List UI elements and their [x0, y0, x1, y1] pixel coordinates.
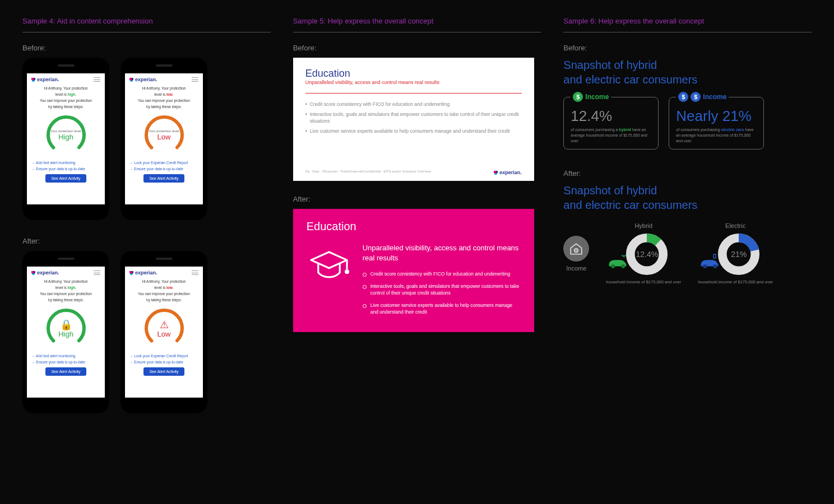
bullet: Credit score consistency with FICO for e…: [305, 101, 522, 108]
experian-logo: experian.: [129, 270, 157, 276]
phone-mock-high-before: experian. Hi Anthony, Your protection le…: [22, 58, 109, 220]
graduation-cap-icon: [307, 243, 351, 321]
hybrid-label: Hybrid: [606, 222, 681, 229]
bullet: Credit score consistency with FICO for e…: [363, 271, 521, 278]
income-block: $ Income: [563, 236, 589, 272]
sample-4-title: Sample 4: Aid in content comprehension: [22, 17, 271, 25]
electric-donut-pct: 21%: [717, 232, 761, 276]
slide-subheading: Unparalleled visibility, access and cont…: [305, 80, 522, 85]
before-label: Before:: [293, 44, 541, 52]
bullet: Interactive tools, goals and simulators …: [305, 111, 522, 125]
before-label: Before:: [563, 44, 812, 52]
see-alert-button[interactable]: See Alert Activity: [143, 174, 184, 183]
menu-icon[interactable]: [94, 270, 100, 275]
sample-5-column: Sample 5: Help express the overall conce…: [293, 17, 541, 430]
menu-icon[interactable]: [192, 77, 198, 82]
phone-mock-high-after: experian. Hi Anthony, Your protection le…: [22, 251, 109, 413]
electric-desc: of consumers purchasing electric cars ha…: [676, 127, 757, 143]
sample-6-column: Sample 6: Help express the overall conce…: [563, 17, 812, 430]
svg-point-0: [44, 113, 89, 157]
link-ensure-data[interactable]: Ensure your data is up-to-date: [31, 167, 100, 171]
experian-logo: experian.: [31, 77, 59, 82]
svg-point-12: [703, 264, 707, 268]
after-label: After:: [22, 237, 271, 245]
hybrid-donut-block: Hybrid 12.4% household income of $175,00…: [606, 222, 681, 285]
link-ensure-data[interactable]: Ensure your data is up-to-date: [129, 167, 198, 171]
see-alert-button[interactable]: See Alert Activity: [45, 174, 86, 183]
link-ensure-data[interactable]: Ensure your data is up-to-date: [129, 360, 198, 364]
electric-donut-block: Electric 21% household income of $175,00…: [698, 222, 773, 285]
house-dollar-icon: $: [563, 236, 589, 262]
hybrid-donut: 12.4%: [625, 232, 669, 276]
link-add-alert[interactable]: Add text alert monitoring: [31, 161, 100, 165]
slide-heading: Education: [307, 220, 521, 233]
slide-subheading: Unparalleled visibility, access and cont…: [363, 243, 521, 263]
income-badge: Income: [703, 93, 726, 101]
income-badge: Income: [585, 93, 609, 101]
before-boxes: $Income 12.4% of consumers purchasing a …: [563, 97, 812, 150]
menu-icon[interactable]: [94, 77, 100, 82]
electric-donut: 21%: [717, 232, 761, 276]
dollar-icon: $: [678, 92, 688, 102]
bullet: Live customer service experts available …: [363, 302, 521, 316]
after-label: After:: [563, 169, 812, 178]
slide-after: Education Unparalleled visibility, acces…: [293, 209, 534, 332]
sample-4-column: Sample 4: Aid in content comprehension B…: [22, 17, 271, 430]
electric-pct: Nearly 21%: [676, 108, 757, 125]
donut-desc: household income of $175,000 and over: [606, 279, 681, 285]
gauge-low: Your protection level Low: [142, 113, 187, 157]
after-phones: experian. Hi Anthony, Your protection le…: [22, 251, 271, 413]
sample-5-title: Sample 5: Help express the overall conce…: [293, 17, 541, 25]
hybrid-desc: of consumers purchasing a hybrid have an…: [571, 127, 651, 143]
hybrid-pct: 12.4%: [571, 108, 651, 125]
gauge-high: Your protection level High: [44, 113, 89, 157]
after-row: $ Income Hybrid 12.4% household income o…: [563, 222, 812, 285]
link-add-alert[interactable]: Add text alert monitoring: [31, 354, 100, 358]
phone-mock-low-before: experian. Hi Anthony, Your protection le…: [121, 58, 207, 220]
experian-logo: experian.: [129, 77, 157, 82]
dollar-icon: $: [691, 92, 701, 102]
menu-icon[interactable]: [192, 270, 198, 275]
see-alert-button[interactable]: See Alert Activity: [143, 367, 184, 376]
slide-before: Education Unparalleled visibility, acces…: [293, 58, 534, 181]
svg-point-5: [345, 270, 348, 273]
svg-rect-14: [713, 255, 716, 259]
electric-box: $$Income Nearly 21% of consumers purchas…: [669, 97, 764, 150]
hybrid-donut-pct: 12.4%: [625, 232, 669, 276]
svg-point-2: [44, 306, 89, 351]
donut-desc: household income of $175,000 and over: [698, 279, 773, 285]
greeting: Hi Anthony, Your protection: [44, 86, 88, 90]
svg-point-1: [142, 113, 187, 157]
slide-heading: Education: [305, 68, 522, 80]
bullet: Interactive tools, goals and simulators …: [363, 283, 521, 297]
phone-mock-low-after: experian. Hi Anthony, Your protection le…: [121, 251, 207, 413]
gauge-low-after: ⚠ Low: [142, 306, 187, 351]
gauge-high-after: 🔒 High: [44, 306, 89, 351]
svg-point-8: [611, 264, 615, 268]
hybrid-box: $Income 12.4% of consumers purchasing a …: [563, 97, 659, 150]
snapshot-title: Snapshot of hybridand electric car consu…: [563, 58, 812, 87]
svg-point-3: [142, 306, 187, 351]
experian-logo: experian.: [31, 270, 59, 276]
page: Sample 4: Aid in content comprehension B…: [0, 0, 834, 447]
dollar-icon: $: [573, 92, 583, 102]
electric-label: Electric: [698, 222, 773, 229]
divider: [22, 32, 271, 32]
experian-logo: experian.: [494, 170, 522, 175]
income-label: Income: [563, 265, 589, 272]
before-phones: experian. Hi Anthony, Your protection le…: [22, 58, 271, 220]
divider: [293, 32, 541, 32]
divider: [563, 32, 812, 32]
sample-6-title: Sample 6: Help express the overall conce…: [563, 17, 812, 25]
link-lock-report[interactable]: Lock your Experian Credit Report: [129, 354, 198, 358]
bullet: Live customer service experts available …: [305, 128, 522, 135]
svg-text:$: $: [576, 249, 577, 253]
link-ensure-data[interactable]: Ensure your data is up-to-date: [31, 360, 100, 364]
link-lock-report[interactable]: Lock your Experian Credit Report: [129, 161, 198, 165]
after-label: After:: [293, 195, 541, 203]
slide-footer: Pg · Date · ©Experian · Public/Internal/…: [305, 170, 432, 175]
see-alert-button[interactable]: See Alert Activity: [45, 367, 86, 376]
snapshot-title-after: Snapshot of hybridand electric car consu…: [563, 183, 812, 212]
before-label: Before:: [22, 44, 271, 52]
